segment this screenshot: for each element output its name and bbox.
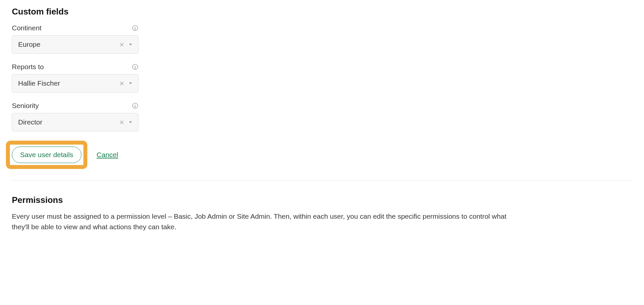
info-icon[interactable] [132, 102, 138, 109]
permissions-description: Every user must be assigned to a permiss… [12, 211, 510, 232]
cancel-link[interactable]: Cancel [97, 151, 118, 159]
select-controls [119, 42, 133, 47]
field-reports-to: Reports to Hallie Fischer [12, 63, 632, 93]
select-controls [119, 80, 133, 86]
section-divider [12, 180, 632, 180]
continent-value: Europe [18, 41, 119, 48]
actions-row: Save user details Cancel [12, 141, 632, 169]
clear-icon[interactable] [119, 42, 124, 47]
continent-select[interactable]: Europe [12, 35, 138, 54]
clear-icon[interactable] [119, 81, 124, 86]
reports-to-value: Hallie Fischer [18, 79, 119, 87]
permissions-heading: Permissions [12, 195, 632, 205]
custom-fields-heading: Custom fields [12, 7, 632, 17]
clear-icon[interactable] [119, 120, 124, 125]
field-label-row: Reports to [12, 63, 138, 71]
seniority-value: Director [18, 118, 119, 126]
svg-point-1 [135, 27, 135, 27]
continent-label: Continent [12, 24, 42, 32]
svg-point-5 [135, 104, 135, 105]
save-highlight: Save user details [6, 141, 87, 169]
field-label-row: Seniority [12, 102, 138, 110]
chevron-down-icon[interactable] [128, 119, 133, 125]
svg-point-3 [135, 66, 135, 66]
field-label-row: Continent [12, 24, 138, 32]
reports-to-select[interactable]: Hallie Fischer [12, 74, 138, 93]
save-user-details-button[interactable]: Save user details [12, 147, 81, 163]
reports-to-label: Reports to [12, 63, 44, 71]
info-icon[interactable] [132, 64, 138, 70]
seniority-select[interactable]: Director [12, 113, 138, 131]
seniority-label: Seniority [12, 102, 39, 110]
chevron-down-icon[interactable] [128, 80, 133, 86]
field-seniority: Seniority Director [12, 102, 632, 131]
select-controls [119, 119, 133, 125]
info-icon[interactable] [132, 25, 138, 31]
field-continent: Continent Europe [12, 24, 632, 54]
chevron-down-icon[interactable] [128, 42, 133, 47]
